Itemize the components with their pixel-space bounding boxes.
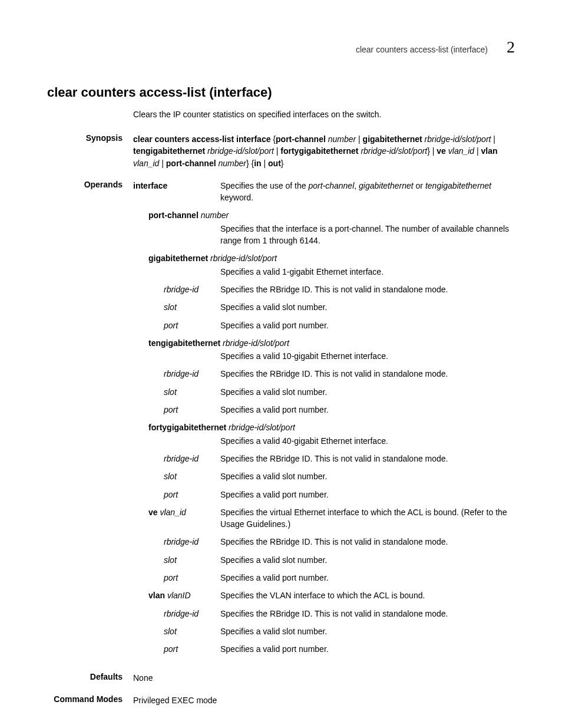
- operand-row: portSpecifies a valid port number.: [133, 319, 515, 331]
- operand-row: slotSpecifies a valid slot number.: [133, 386, 515, 398]
- operand-desc: Specifies a valid port number.: [220, 489, 515, 500]
- operand-term-arg: rbridge-id: [164, 285, 199, 294]
- syn-te-arg: rbridge-id/slot/port: [205, 146, 274, 156]
- operand-term-keyword: tengigabitethernet: [148, 338, 220, 348]
- section-operands: Operands interfaceSpecifies the use of t…: [47, 180, 515, 661]
- operand-desc: Specifies a valid 40-gigabit Ethernet in…: [133, 435, 515, 447]
- operand-term-keyword: fortygigabitethernet: [148, 423, 226, 432]
- operand-desc: Specifies a valid slot number.: [220, 301, 515, 313]
- operand-desc: Specifies the RBridge ID. This is not va…: [220, 536, 515, 548]
- operands-label: Operands: [47, 180, 133, 189]
- operand-row: portSpecifies a valid port number.: [133, 404, 515, 416]
- operand-term-arg: slot: [164, 302, 177, 312]
- operand-row: rbridge-idSpecifies the RBridge ID. This…: [133, 608, 515, 620]
- operand-desc: Specifies a valid slot number.: [220, 554, 515, 566]
- operand-term: slot: [133, 625, 220, 637]
- operand-row: vlan vlanIDSpecifies the VLAN interface …: [133, 589, 515, 601]
- syn-ve-arg: vlan_id: [446, 146, 474, 156]
- operand-term: port: [133, 319, 220, 331]
- operand-term: rbridge-id: [133, 368, 220, 380]
- syn-pc2-kw: port-channel: [166, 159, 216, 168]
- operand-row: interfaceSpecifies the use of the port-c…: [133, 180, 515, 204]
- page-title: clear counters access-list (interface): [47, 85, 515, 100]
- operand-desc: Specifies the use of the port-channel, g…: [220, 180, 515, 204]
- operand-term-arg: rbridge-id: [164, 369, 199, 378]
- operand-desc: Specifies the RBridge ID. This is not va…: [220, 368, 515, 380]
- operand-desc: Specifies a valid 1-gigabit Ethernet int…: [133, 266, 515, 278]
- operand-desc: Specifies a valid slot number.: [220, 386, 515, 398]
- operand-term-arg: rbridge-id/slot/port: [208, 253, 277, 263]
- syn-rbrace2: } {: [246, 159, 254, 168]
- operand-term-arg: slot: [164, 627, 177, 636]
- operand-desc: Specifies the VLAN interface to which th…: [220, 589, 515, 601]
- syn-pc-arg: number: [326, 134, 356, 144]
- running-header: clear counters access-list (interface) 2: [47, 38, 515, 57]
- operand-row: rbridge-idSpecifies the RBridge ID. This…: [133, 284, 515, 295]
- syn-vlan-arg: vlan_id: [133, 159, 159, 168]
- operand-term: gigabitethernet rbridge-id/slot/port: [133, 252, 284, 264]
- operand-term-keyword: interface: [133, 181, 167, 190]
- operand-desc: Specifies a valid port number.: [220, 572, 515, 584]
- syn-pc-kw: port-channel: [276, 134, 326, 144]
- synopsis-label: Synopsis: [47, 133, 133, 143]
- operand-desc: Specifies the virtual Ethernet interface…: [220, 506, 515, 531]
- operand-row: tengigabitethernet rbridge-id/slot/portS…: [133, 337, 515, 363]
- defaults-value: None: [133, 672, 515, 684]
- operand-row: portSpecifies a valid port number.: [133, 572, 515, 584]
- operand-term-arg: port: [164, 490, 178, 499]
- operand-desc-text: Specifies the use of the: [220, 181, 308, 190]
- operand-term: vlan vlanID: [133, 589, 220, 601]
- operand-term: interface: [133, 180, 220, 192]
- syn-ve-kw: ve: [437, 146, 446, 156]
- section-command-modes: Command Modes Privileged EXEC mode: [47, 694, 515, 706]
- syn-sep3: |: [274, 146, 280, 156]
- intro-text: Clears the IP counter statistics on spec…: [133, 110, 515, 119]
- operands-body: interfaceSpecifies the use of the port-c…: [133, 180, 515, 661]
- operand-term: port: [133, 404, 220, 416]
- syn-lbrace: {: [270, 134, 276, 144]
- syn-sep5: |: [159, 159, 166, 168]
- section-synopsis: Synopsis clear counters access-list inte…: [47, 133, 515, 169]
- operand-desc: Specifies that the interface is a port-c…: [133, 223, 515, 247]
- operand-desc-arg: tengigabitethernet: [425, 181, 491, 190]
- operand-row: fortygigabitethernet rbridge-id/slot/por…: [133, 421, 515, 447]
- operand-row: slotSpecifies a valid slot number.: [133, 470, 515, 482]
- operand-term-arg: port: [164, 644, 178, 654]
- syn-ge-kw: gigabitethernet: [363, 134, 422, 144]
- operand-term-arg: rbridge-id/slot/port: [220, 338, 289, 348]
- syn-out-kw: out: [268, 159, 281, 168]
- operand-term-arg: rbridge-id: [164, 609, 199, 618]
- page: clear counters access-list (interface) 2…: [0, 0, 562, 728]
- syn-sep1: |: [356, 134, 362, 144]
- operand-term-arg: slot: [164, 555, 177, 565]
- operand-term-arg: number: [199, 210, 229, 220]
- running-header-text: clear counters access-list (interface): [356, 45, 488, 54]
- operand-desc: Specifies a valid port number.: [220, 643, 515, 655]
- operand-term-arg: rbridge-id: [164, 454, 199, 463]
- syn-fe-arg: rbridge-id/slot/port: [359, 146, 428, 156]
- operand-row: ve vlan_idSpecifies the virtual Ethernet…: [133, 506, 515, 531]
- operand-term-keyword: vlan: [148, 591, 165, 600]
- operand-desc: Specifies a valid slot number.: [220, 625, 515, 637]
- operand-term-arg: port: [164, 321, 178, 330]
- syn-fe-kw: fortygigabitethernet: [280, 146, 358, 156]
- operand-desc-arg: gigabitethernet: [359, 181, 414, 190]
- operand-term-arg: port: [164, 405, 178, 414]
- command-modes-value: Privileged EXEC mode: [133, 694, 515, 706]
- operand-row: gigabitethernet rbridge-id/slot/portSpec…: [133, 252, 515, 278]
- syn-rbrace-sep: } |: [427, 146, 437, 156]
- operand-desc-text: keyword.: [220, 193, 253, 202]
- syn-te-kw: tengigabitethernet: [133, 146, 205, 156]
- operand-term: slot: [133, 301, 220, 313]
- operand-term: tengigabitethernet rbridge-id/slot/port: [133, 337, 296, 349]
- operand-term-arg: port: [164, 573, 178, 582]
- operand-term: port: [133, 643, 220, 655]
- operand-term: slot: [133, 554, 220, 566]
- operand-row: portSpecifies a valid port number.: [133, 489, 515, 500]
- operand-term: port-channel number: [133, 209, 236, 221]
- operand-desc: Specifies a valid port number.: [220, 404, 515, 416]
- syn-cmd: clear counters access-list interface: [133, 134, 270, 144]
- operand-row: slotSpecifies a valid slot number.: [133, 301, 515, 313]
- operand-row: rbridge-idSpecifies the RBridge ID. This…: [133, 453, 515, 465]
- operand-term-keyword: ve: [148, 508, 158, 517]
